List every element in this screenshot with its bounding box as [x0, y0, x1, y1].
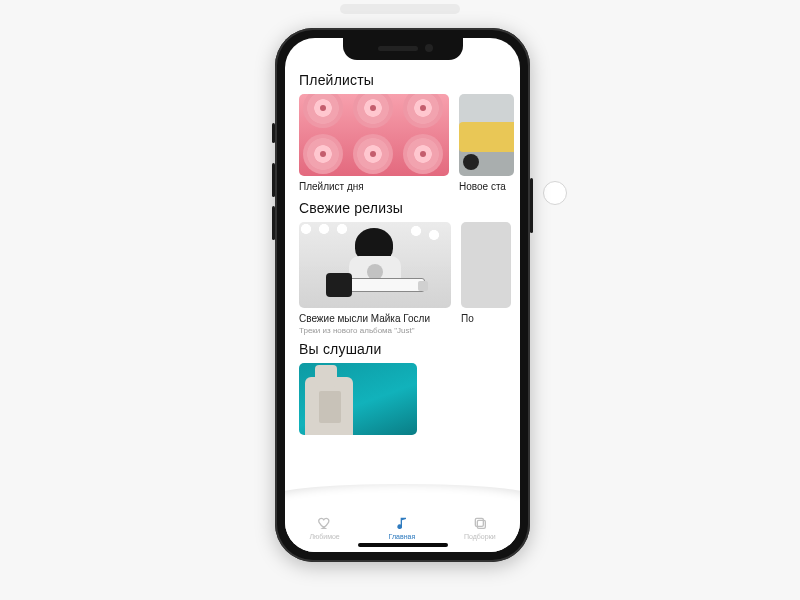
phone-screen: Плейлисты Плейлист дня Новое ста Свежие … — [285, 38, 520, 552]
page-ghost-bar — [340, 4, 460, 14]
volume-down-button — [272, 206, 275, 240]
release-cover-gosli — [299, 222, 451, 308]
volume-up-button — [272, 163, 275, 197]
listened-card[interactable] — [299, 363, 417, 435]
tab-label: Подборки — [464, 533, 496, 540]
home-indicator[interactable] — [358, 543, 448, 547]
tab-home[interactable]: Главная — [389, 515, 416, 540]
section-title-listened: Вы слушали — [299, 341, 506, 357]
device-notch — [343, 38, 463, 60]
tab-collections[interactable]: Подборки — [464, 515, 496, 540]
playlist-cover-daily — [299, 94, 449, 176]
tab-favorites[interactable]: Любимое — [309, 515, 339, 540]
listened-row[interactable] — [299, 363, 506, 435]
music-note-icon — [394, 515, 410, 531]
mute-switch — [272, 123, 275, 143]
release-card-gosli[interactable]: Свежие мысли Майка Госли Треки из нового… — [299, 222, 451, 335]
floating-cursor-dot — [543, 181, 567, 205]
release-card-next[interactable]: По — [461, 222, 511, 335]
playlist-card-new[interactable]: Новое ста — [459, 94, 514, 192]
app-content[interactable]: Плейлисты Плейлист дня Новое ста Свежие … — [285, 38, 520, 552]
tab-label: Любимое — [309, 533, 339, 540]
fresh-row[interactable]: Свежие мысли Майка Госли Треки из нового… — [299, 222, 506, 335]
section-title-playlists: Плейлисты — [299, 72, 506, 88]
heart-icon — [317, 515, 333, 531]
playlists-row[interactable]: Плейлист дня Новое ста — [299, 94, 506, 192]
playlist-cover-new — [459, 94, 514, 176]
section-title-fresh: Свежие релизы — [299, 200, 506, 216]
playlist-label: Плейлист дня — [299, 181, 449, 192]
svg-rect-0 — [475, 518, 483, 526]
phone-frame: Плейлисты Плейлист дня Новое ста Свежие … — [275, 28, 530, 562]
collections-icon — [472, 515, 488, 531]
tab-label: Главная — [389, 533, 416, 540]
listened-cover — [299, 363, 417, 435]
release-label: По — [461, 313, 511, 324]
release-sublabel: Треки из нового альбома "Just" — [299, 326, 451, 335]
release-label: Свежие мысли Майка Госли — [299, 313, 451, 324]
svg-rect-1 — [477, 520, 485, 528]
power-button — [530, 178, 533, 233]
playlist-card-daily[interactable]: Плейлист дня — [299, 94, 449, 192]
playlist-label: Новое ста — [459, 181, 514, 192]
release-cover-next — [461, 222, 511, 308]
